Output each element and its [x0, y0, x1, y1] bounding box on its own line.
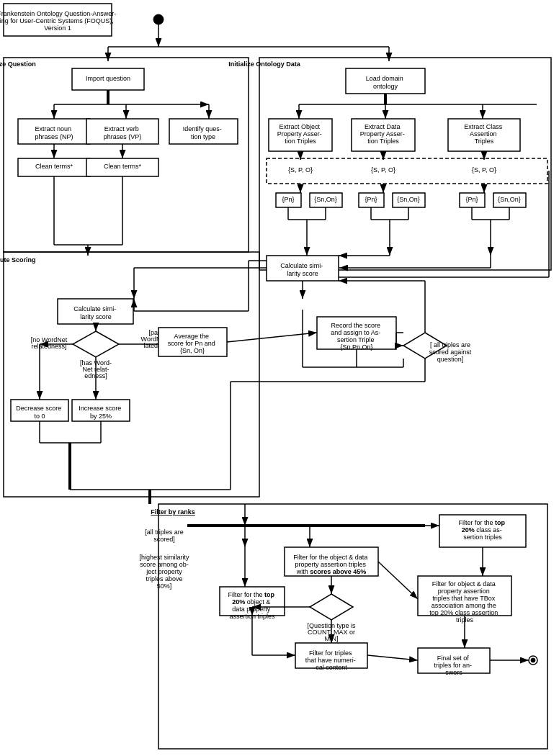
clean-terms2-text: Clean terms*	[104, 163, 142, 170]
calc-sim1-text: Calculate simi- larity score	[280, 262, 325, 277]
highest-sim-label5: 50%]	[157, 582, 172, 590]
all-triples-label2: scored against	[429, 348, 472, 356]
pn2-text: {Pn}	[365, 196, 377, 203]
highest-sim-label4: triples above	[146, 575, 182, 582]
compute-scoring-label: Compute Scoring	[0, 256, 36, 264]
filter-45-text: Filter for the object & data property as…	[293, 554, 370, 575]
extract-verb-text: Extract verb phrases (VP)	[104, 125, 142, 140]
sn-on2-text: {Sn,On}	[397, 196, 420, 203]
start-circle	[153, 14, 164, 24]
init-ontology-label: Initialize Ontology Data	[228, 60, 301, 68]
diamond3	[310, 594, 353, 620]
spo3-text: {S, P, O}	[472, 166, 496, 174]
calc-sim2-text: Calculate simi- larity score	[73, 305, 118, 320]
sn-on1-text: {Sn,On}	[314, 196, 337, 203]
pn3-text: {Pn}	[465, 196, 478, 203]
arrow-45-to-tbox	[378, 562, 418, 599]
arrow-to-final	[367, 655, 418, 660]
clean-terms1-text: Clean terms*	[35, 163, 73, 170]
sn-on3-text: {Sn,On}	[498, 196, 521, 203]
compute-scoring-box	[4, 252, 259, 497]
highest-sim-label: [highest similarity	[139, 554, 189, 561]
diamond1	[73, 331, 119, 357]
highest-sim-label2: score among ob-	[140, 561, 189, 568]
all-triples-label: [ all triples are	[430, 341, 470, 348]
all-triples-filter-label2: scored]	[153, 536, 175, 543]
arrow-avg-to-record	[227, 333, 317, 342]
diagram-container: Frankenstein Ontology Question-Answer- i…	[0, 0, 559, 756]
filter-ranks-label: Filter by ranks	[151, 508, 195, 516]
analyze-question-label: Analyze Question	[0, 60, 36, 68]
all-triples-label3: question]	[437, 356, 464, 363]
highest-sim-label3: ject property	[146, 568, 182, 575]
pn1-text: {Pn}	[282, 196, 294, 203]
end-circle-inner	[531, 658, 535, 662]
import-question-text: Import question	[86, 75, 130, 82]
filter-top20-class-text: Filter for the top 20% class as- sertion…	[458, 519, 506, 541]
spo2-text: {S, P, O}	[371, 166, 395, 174]
extract-noun-text: Extract noun phrases (NP)	[35, 125, 73, 140]
all-triples-filter-label: [all triples are	[145, 528, 184, 536]
spo1-text: {S, P, O}	[288, 166, 313, 174]
